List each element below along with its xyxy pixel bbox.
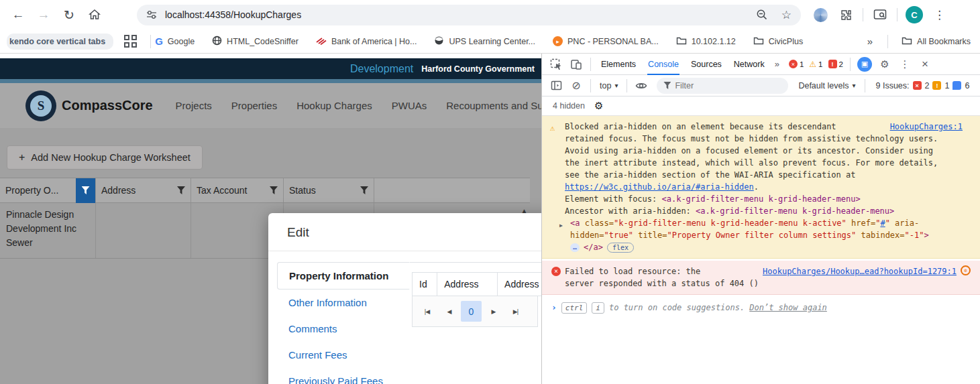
- element-preview[interactable]: ▶ <a class="k-grid-filter-menu k-grid-he…: [551, 217, 963, 241]
- tab-network[interactable]: Network: [728, 54, 771, 75]
- device-toolbar-icon[interactable]: [566, 56, 586, 73]
- bookmark-folder-civicplus[interactable]: CivicPlus: [753, 36, 803, 47]
- warning-source-link[interactable]: HookupCharges:1: [890, 121, 963, 133]
- url-bar[interactable]: localhost:44358/HookupCharges ☆: [137, 5, 801, 25]
- column-header-tax-account[interactable]: Tax Account: [191, 178, 284, 202]
- filter-icon[interactable]: [360, 186, 368, 194]
- warning-count-badge[interactable]: ⚠ 1: [809, 60, 822, 69]
- hidden-messages-label[interactable]: 4 hidden: [553, 101, 585, 111]
- column-header-status[interactable]: Status: [284, 178, 374, 202]
- nav-item-properties[interactable]: Properties: [231, 100, 277, 111]
- add-hookup-worksheet-button[interactable]: + Add New Hookup Charge Worksheet: [7, 145, 203, 170]
- column-header-address[interactable]: Address: [96, 178, 191, 202]
- log-levels-selector[interactable]: Default levels ▾: [794, 81, 860, 90]
- tab-property-information[interactable]: Property Information: [277, 262, 410, 290]
- issues-label: 9 Issues:: [876, 81, 910, 90]
- error-count-badge[interactable]: × 1: [789, 60, 804, 68]
- bookmarks-right-group: » All Bookmarks: [857, 35, 973, 48]
- all-bookmarks-button[interactable]: All Bookmarks: [902, 36, 971, 47]
- console-filter[interactable]: [657, 78, 788, 94]
- devtools-ai-icon[interactable]: ▣: [855, 56, 875, 73]
- ancestor-element-ref[interactable]: <a.k-grid-filter-menu k-grid-header-menu…: [696, 206, 894, 216]
- compasscore-logo[interactable]: S: [25, 90, 56, 121]
- bookmark-folder-ip[interactable]: 10.102.1.12: [676, 36, 736, 47]
- pager-last-icon[interactable]: ▶|: [505, 301, 526, 322]
- live-expression-eye-icon[interactable]: [631, 77, 651, 94]
- profile-avatar[interactable]: C: [902, 3, 927, 26]
- extensions-puzzle-icon[interactable]: [833, 3, 859, 26]
- nav-item-hookup-charges[interactable]: Hookup Charges: [296, 100, 372, 111]
- expand-children-icon[interactable]: …: [570, 243, 580, 252]
- nav-item-pwuas[interactable]: PWUAs: [392, 100, 427, 111]
- toolbar-separator-2: [897, 8, 897, 21]
- bookmark-star-icon[interactable]: ☆: [781, 8, 792, 22]
- console-settings-gear-icon[interactable]: ⚙: [594, 100, 603, 112]
- bookmark-google[interactable]: G Google: [155, 36, 195, 47]
- column-header-property-owner[interactable]: Property O...: [0, 178, 96, 202]
- devtools-settings-icon[interactable]: ⚙: [875, 56, 895, 73]
- reload-icon[interactable]: ↻: [56, 3, 82, 26]
- pager-next-icon[interactable]: ▶: [483, 301, 504, 322]
- aria-spec-link[interactable]: https://w3c.github.io/aria/#aria-hidden: [565, 182, 754, 192]
- bookmark-bank-of-america[interactable]: Bank of America | Ho...: [316, 36, 417, 47]
- zoom-icon[interactable]: [756, 9, 768, 21]
- href-link[interactable]: #: [880, 218, 885, 228]
- explain-error-icon[interactable]: ✲: [961, 265, 971, 275]
- tab-console[interactable]: Console: [642, 54, 685, 75]
- issues-summary[interactable]: 9 Issues: × 2 ! 1 6: [876, 81, 970, 90]
- devtools-menu-icon[interactable]: ⋮: [895, 56, 915, 73]
- extension-swirl-icon[interactable]: [808, 3, 833, 26]
- devtools-close-icon[interactable]: ×: [915, 56, 935, 73]
- tab-current-fees[interactable]: Current Fees: [277, 342, 409, 368]
- error-source-link[interactable]: HookupCharges/Hookup…ead?hookupId=1279:1: [763, 265, 957, 277]
- tab-comments[interactable]: Comments: [277, 316, 409, 342]
- issue-orange-icon: !: [932, 81, 941, 90]
- tab-group-chip[interactable]: kendo core vertical tabs: [7, 34, 113, 50]
- url-text[interactable]: localhost:44358/HookupCharges: [165, 9, 301, 20]
- forward-icon[interactable]: →: [31, 3, 56, 26]
- globe-icon: [212, 36, 222, 48]
- pager-current-page[interactable]: 0: [461, 301, 482, 322]
- modal-column-address-dir[interactable]: Address Dire: [498, 273, 541, 296]
- focus-element-ref[interactable]: <a.k-grid-filter-menu k-grid-header-menu…: [662, 194, 861, 204]
- tab-previously-paid-fees[interactable]: Previously Paid Fees: [277, 368, 409, 384]
- browser-menu-icon[interactable]: ⋮: [927, 8, 952, 22]
- tab-sources[interactable]: Sources: [685, 54, 728, 75]
- close-icon: ×: [922, 58, 928, 71]
- more-panels-icon[interactable]: »: [771, 59, 783, 69]
- nav-item-recoupments[interactable]: Recoupments and Surcharges: [446, 100, 541, 111]
- console-filter-input[interactable]: [675, 81, 762, 90]
- back-icon[interactable]: ←: [5, 3, 31, 26]
- modal-column-id[interactable]: Id: [413, 273, 437, 296]
- filter-icon[interactable]: [177, 186, 185, 194]
- issues-count-badge[interactable]: ! 2: [828, 60, 843, 68]
- avatar-initial: C: [906, 6, 923, 23]
- folder-icon: [676, 36, 687, 47]
- dont-show-again-link[interactable]: Don’t show again: [749, 302, 827, 314]
- apps-grid-icon[interactable]: [124, 35, 137, 48]
- console-prompt[interactable]: › ctrl i to turn on code suggestions. Do…: [542, 295, 980, 320]
- filter-button-property-owner-active[interactable]: [76, 178, 95, 203]
- home-icon[interactable]: [82, 3, 107, 26]
- nav-item-projects[interactable]: Projects: [176, 100, 212, 111]
- search-tabs-icon[interactable]: [867, 3, 893, 26]
- bookmark-htmlcodesniffer[interactable]: HTML_CodeSniffer: [212, 36, 298, 48]
- expand-arrow-icon[interactable]: ▶: [559, 217, 570, 241]
- clear-console-icon[interactable]: ⊘: [566, 77, 586, 94]
- bookmarks-overflow-icon[interactable]: »: [867, 36, 873, 47]
- javascript-context-selector[interactable]: top ▾: [595, 81, 622, 90]
- inspect-element-icon[interactable]: [546, 56, 566, 73]
- modal-column-address[interactable]: Address: [437, 273, 498, 296]
- tab-other-information[interactable]: Other Information: [277, 290, 409, 316]
- site-settings-icon[interactable]: [146, 9, 157, 20]
- bookmark-ups-learning[interactable]: UPS Learning Center...: [434, 36, 535, 48]
- flex-badge[interactable]: flex: [607, 243, 634, 253]
- bookmark-pnc[interactable]: ▸ PNC - PERSONAL BA...: [553, 36, 659, 46]
- pager-prev-icon[interactable]: ◀: [439, 301, 459, 322]
- val-tabindex: "-1": [905, 231, 924, 240]
- brand-name[interactable]: CompassCore: [62, 98, 153, 113]
- tab-elements[interactable]: Elements: [595, 54, 642, 75]
- pager-first-icon[interactable]: |◀: [417, 301, 437, 322]
- filter-icon[interactable]: [270, 186, 278, 194]
- console-sidebar-toggle-icon[interactable]: [546, 77, 566, 94]
